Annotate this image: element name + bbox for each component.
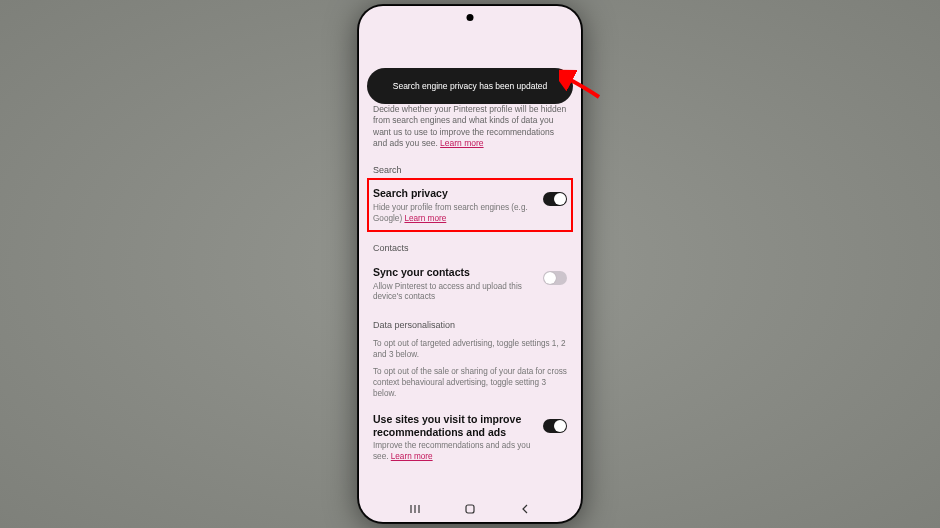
setting-title: Search privacy — [373, 186, 535, 201]
section-header-contacts: Contacts — [373, 242, 567, 255]
svg-rect-3 — [466, 505, 474, 513]
setting-title: Sync your contacts — [373, 265, 535, 280]
highlight-annotation: Search privacy Hide your profile from se… — [367, 178, 573, 232]
learn-more-link[interactable]: Learn more — [404, 214, 446, 223]
phone-screen: Search engine privacy has been updated D… — [359, 6, 581, 522]
sub-text: Hide your profile from search engines (e… — [373, 203, 528, 223]
learn-more-link[interactable]: Learn more — [391, 452, 433, 461]
setting-subtitle: Improve the recommendations and ads you … — [373, 441, 535, 462]
setting-sync-contacts[interactable]: Sync your contacts Allow Pinterest to ac… — [373, 257, 567, 309]
nav-recents-button[interactable] — [408, 502, 422, 516]
status-bar-area — [359, 6, 581, 56]
setting-search-privacy[interactable]: Search privacy Hide your profile from se… — [373, 184, 567, 226]
section-header-search: Search — [373, 164, 567, 177]
toggle-search-privacy[interactable] — [543, 192, 567, 206]
data-pers-para1: To opt out of targeted advertising, togg… — [373, 338, 567, 360]
phone-frame: Search engine privacy has been updated D… — [357, 4, 583, 524]
section-header-data-pers: Data personalisation — [373, 319, 567, 332]
toast-notification: Search engine privacy has been updated — [367, 68, 573, 104]
settings-content[interactable]: Decide whether your Pinterest profile wi… — [359, 56, 581, 496]
front-camera — [467, 14, 474, 21]
toggle-use-sites[interactable] — [543, 419, 567, 433]
intro-description: Decide whether your Pinterest profile wi… — [373, 104, 567, 150]
nav-back-button[interactable] — [518, 502, 532, 516]
setting-title: Use sites you visit to improve recommend… — [373, 413, 535, 439]
data-pers-para2: To opt out of the sale or sharing of you… — [373, 366, 567, 399]
nav-home-button[interactable] — [463, 502, 477, 516]
setting-subtitle: Allow Pinterest to access and upload thi… — [373, 282, 535, 303]
setting-subtitle: Hide your profile from search engines (e… — [373, 203, 535, 224]
android-nav-bar — [359, 496, 581, 522]
setting-use-sites[interactable]: Use sites you visit to improve recommend… — [373, 405, 567, 469]
toggle-sync-contacts[interactable] — [543, 271, 567, 285]
learn-more-link[interactable]: Learn more — [440, 138, 483, 148]
